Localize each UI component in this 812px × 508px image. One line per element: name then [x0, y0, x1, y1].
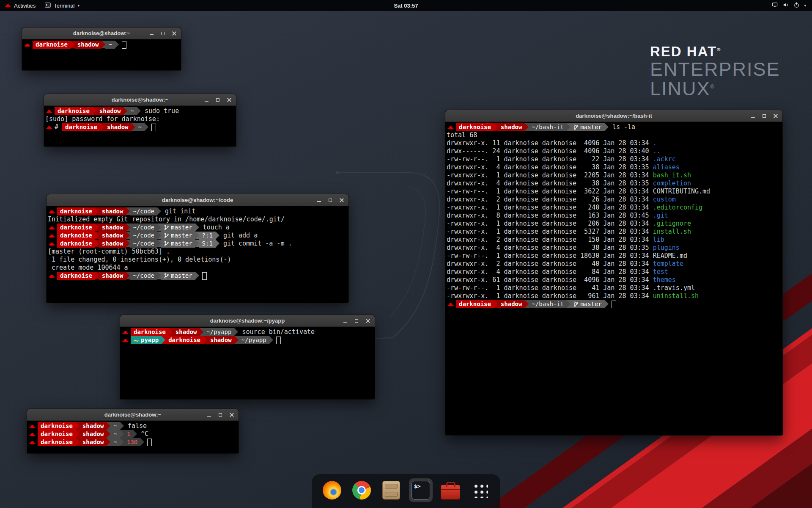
dock-item-chrome[interactable] [350, 478, 373, 502]
clock[interactable]: Sat 03:57 [394, 3, 418, 9]
close-button[interactable] [365, 318, 371, 324]
minimize-button[interactable] [206, 412, 212, 418]
terminal-text: .travis.yml [653, 284, 695, 292]
terminal-content[interactable]: darknoiseshadow~/code git initInitialize… [47, 206, 348, 281]
titlebar[interactable]: darknoise@shadow:~/code [47, 194, 348, 206]
powerline-separator [605, 123, 609, 131]
powerline-separator [200, 328, 203, 336]
titlebar[interactable]: darknoise@shadow:~/bash-it [445, 110, 782, 122]
dock-item-app-grid[interactable] [468, 478, 492, 502]
powerline-separator [126, 272, 130, 279]
terminal-line: pyappdarknoiseshadow~/pyapp [121, 336, 374, 344]
prompt-segment-path: ~/code [130, 232, 157, 240]
window-controls [342, 315, 371, 326]
dock-item-files[interactable] [379, 478, 403, 502]
terminal-line: 1 file changed, 0 insertions(+), 0 delet… [48, 256, 348, 264]
terminal-text: git commit -a -m . [219, 240, 292, 248]
terminal-text: -rwxrwxr-x. 1 darknoise darknoise 5327 J… [447, 228, 653, 236]
app-menu-terminal[interactable]: Terminal ▾ [40, 0, 84, 11]
close-button[interactable] [226, 97, 232, 103]
powerline-separator [95, 224, 99, 231]
close-button[interactable] [171, 30, 177, 36]
prompt-segment-path: ~/pyapp [203, 328, 234, 336]
chevron-down-icon: ▾ [804, 3, 806, 8]
minimize-icon [150, 34, 154, 35]
terminal-text: bash_it.sh [653, 171, 691, 179]
prompt-segment-host: shadow [80, 430, 107, 438]
system-tray[interactable]: ▾ [767, 0, 810, 11]
minimize-button[interactable] [203, 97, 209, 103]
powerline-separator [71, 41, 74, 48]
prompt-segment-git: master [571, 300, 605, 308]
terminal-content[interactable]: darknoiseshadow~/bash-itmaster ls -latot… [445, 122, 782, 309]
minimize-icon [343, 322, 347, 323]
chevron-down-icon: ▾ [77, 3, 80, 8]
maximize-button[interactable] [327, 197, 333, 203]
prompt-segment-path: ~ [110, 438, 120, 446]
prompt-segment-host: shadow [498, 300, 525, 308]
titlebar[interactable]: darknoise@shadow:~ [44, 94, 236, 106]
terminal-text: drwxrwxr-x. 8 darknoise darknoise 163 Ja… [447, 212, 653, 220]
window-controls [203, 94, 232, 105]
terminal-text: drwxrwxr-x. 2 darknoise darknoise 150 Ja… [447, 236, 653, 244]
dock-item-firefox[interactable] [320, 478, 344, 502]
powerline-separator [76, 430, 80, 438]
terminal-cursor [276, 337, 281, 344]
terminal-line: -rwxrwxr-x. 1 darknoise darknoise 206 Ja… [447, 220, 782, 228]
terminal-line: -rwxrwxr-x. 1 darknoise darknoise 5327 J… [447, 228, 782, 236]
prompt-segment-host: shadow [99, 272, 126, 280]
prompt-segment-host: shadow [74, 41, 102, 49]
terminal-text: . [653, 139, 657, 147]
redhat-prompt-icon [447, 300, 454, 308]
titlebar[interactable]: darknoise@shadow:~ [22, 28, 181, 39]
close-button[interactable] [229, 412, 235, 418]
terminal-content[interactable]: darknoiseshadow~/pyapp source bin/activa… [120, 327, 375, 345]
maximize-button[interactable] [160, 30, 166, 36]
terminal-line: darknoiseshadow~ sudo true [45, 107, 235, 115]
window-controls [316, 194, 345, 206]
dock-item-toolbox[interactable] [439, 478, 462, 502]
prompt-segment-venv: pyapp [131, 336, 162, 344]
terminal-line: darknoiseshadow~1 ^C [28, 430, 238, 438]
prompt-segment-path: ~ [105, 41, 115, 49]
prompt-segment-host: shadow [99, 232, 126, 240]
terminal-text: lib [653, 236, 664, 244]
terminal-text: git init [161, 207, 195, 215]
prompt-segment-user: darknoise [38, 422, 76, 430]
terminal-text: ^C [137, 430, 148, 438]
titlebar[interactable]: darknoise@shadow:~ [27, 409, 239, 421]
prompt-segment-path: ~/bash-it [529, 123, 567, 131]
maximize-button[interactable] [215, 97, 221, 103]
terminal-icon [45, 3, 51, 9]
terminal-text: plugins [653, 244, 680, 252]
terminal-text: -rwxrwxr-x. 1 darknoise darknoise 240 Ja… [447, 204, 653, 212]
minimize-button[interactable] [316, 197, 322, 203]
dock-item-terminal[interactable]: $> [409, 478, 433, 502]
minimize-button[interactable] [342, 318, 348, 324]
close-button[interactable] [339, 197, 345, 203]
titlebar[interactable]: darknoise@shadow:~/pyapp [120, 315, 375, 327]
terminal-content[interactable]: darknoiseshadow~ sudo true[sudo] passwor… [44, 106, 236, 132]
snake-icon [134, 338, 139, 343]
branch-icon [164, 273, 169, 279]
terminal-text: completion [653, 179, 691, 188]
desktop: RED HAT® ENTERPRISE LINUX® Activities Te… [0, 0, 812, 508]
terminal-text: drwxrwxr-x. 2 darknoise darknoise 40 Jan… [447, 260, 653, 268]
terminal-line: darknoiseshadow~/code git init [48, 207, 348, 215]
terminal-content[interactable]: darknoiseshadow~ [22, 39, 181, 50]
minimize-button[interactable] [148, 30, 154, 36]
prompt-segment-user: darknoise [33, 41, 71, 49]
redhat-prompt-icon [49, 232, 55, 240]
maximize-button[interactable] [217, 412, 223, 418]
maximize-button[interactable] [354, 318, 359, 324]
prompt-segment-path: ~/code [130, 207, 157, 215]
activities-button[interactable]: Activities [0, 0, 40, 11]
powerline-separator [126, 240, 130, 247]
close-button[interactable] [773, 113, 779, 119]
maximize-button[interactable] [761, 113, 767, 119]
redhat-prompt-icon [29, 430, 36, 438]
terminal-text: source bin/activate [238, 328, 315, 336]
redhat-prompt-icon [46, 107, 52, 115]
terminal-content[interactable]: darknoiseshadow~ falsedarknoiseshadow~1 … [27, 421, 239, 447]
minimize-button[interactable] [750, 113, 756, 119]
